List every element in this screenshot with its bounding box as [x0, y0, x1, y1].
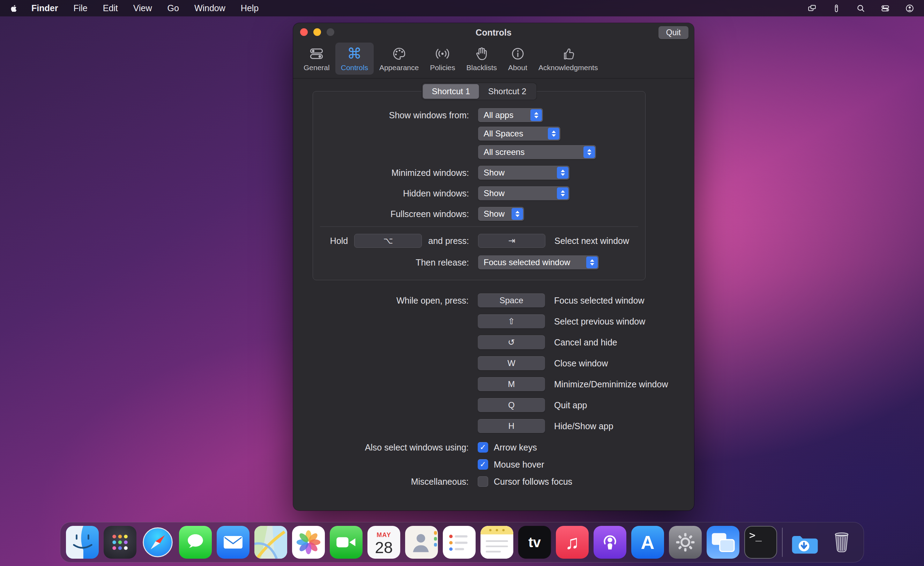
tab-appearance[interactable]: Appearance: [374, 43, 424, 75]
apps-popup[interactable]: All apps: [478, 108, 543, 122]
dock-item-alttab[interactable]: [706, 526, 740, 558]
dock-item-downloads[interactable]: [788, 526, 820, 558]
dock-item-reminders[interactable]: [443, 526, 476, 558]
fullscreen-windows-popup[interactable]: Show: [478, 207, 524, 221]
miscellaneous-label: Miscellaneous:: [293, 477, 469, 487]
screens-popup[interactable]: All screens: [478, 145, 596, 159]
dock-item-contacts[interactable]: [405, 526, 438, 558]
dock-item-launchpad[interactable]: [104, 526, 136, 558]
popup-stepper-icon: [512, 208, 523, 220]
reminders-icon: [447, 530, 471, 554]
arrow-keys-row: Also select windows using: Arrow keys: [293, 442, 694, 453]
tv-icon: tv: [528, 535, 541, 549]
popup-stepper-icon: [557, 188, 568, 199]
show-windows-from-label: Show windows from:: [313, 110, 469, 120]
close-window-button[interactable]: [300, 28, 308, 36]
user-switcher-icon[interactable]: [905, 4, 914, 13]
dock-item-trash[interactable]: [825, 526, 858, 558]
tab-general[interactable]: General: [298, 43, 335, 75]
cursor-follows-focus-checkbox[interactable]: [478, 476, 488, 487]
spotlight-search-icon[interactable]: [856, 4, 866, 13]
options-section: Also select windows using: Arrow keys Mo…: [293, 442, 694, 487]
tab-label: Controls: [341, 63, 368, 72]
dock-item-mail[interactable]: [217, 526, 249, 558]
dock-item-maps[interactable]: [254, 526, 287, 558]
tab-label: Blacklists: [466, 63, 497, 72]
shortcut-row: ↺ Cancel and hide: [293, 335, 694, 349]
toggles-icon: [309, 45, 324, 62]
envelope-icon: [222, 531, 244, 554]
remote-icon[interactable]: [832, 4, 841, 13]
while-open-label: While open, press:: [293, 296, 469, 306]
dock-item-safari[interactable]: [141, 526, 174, 558]
dock-item-music[interactable]: ♫: [556, 526, 589, 558]
shortcut-settings-group: Shortcut 1 Shortcut 2 Show windows from:…: [313, 91, 645, 280]
tab-about[interactable]: About: [502, 43, 533, 75]
window-title: Controls: [293, 23, 694, 42]
chat-bubble-icon: [184, 531, 207, 554]
then-release-row: Then release: Focus selected window: [313, 255, 645, 269]
menu-view[interactable]: View: [133, 3, 152, 13]
dock-item-podcasts[interactable]: [594, 526, 626, 558]
dock-item-notes[interactable]: [480, 526, 513, 558]
apple-icon: [10, 4, 18, 12]
dock-item-messages[interactable]: [179, 526, 212, 558]
press-key-recorder[interactable]: ⇥: [478, 234, 545, 248]
then-release-popup[interactable]: Focus selected window: [478, 255, 599, 269]
dock-item-finder[interactable]: [66, 526, 99, 558]
h-keycap: H: [478, 419, 545, 433]
fullscreen-windows-label: Fullscreen windows:: [313, 209, 469, 219]
dock-item-terminal[interactable]: >_: [744, 526, 777, 558]
arrow-keys-checkbox[interactable]: [478, 442, 488, 453]
tab-label: Acknowledgments: [538, 63, 598, 72]
menu-go[interactable]: Go: [168, 3, 179, 13]
tab-policies[interactable]: Policies: [424, 43, 460, 75]
segment-shortcut-1[interactable]: Shortcut 1: [423, 84, 479, 99]
minimize-window-button[interactable]: [314, 28, 321, 36]
hidden-windows-popup[interactable]: Show: [478, 186, 570, 200]
window-switcher-icon[interactable]: [807, 4, 816, 13]
shortcut-description: Close window: [554, 358, 608, 368]
dock: MAY 28: [60, 522, 864, 563]
hidden-windows-row: Hidden windows: Show: [313, 186, 645, 200]
quit-button[interactable]: Quit: [658, 26, 688, 39]
tab-blacklists[interactable]: Blacklists: [461, 43, 503, 75]
q-keycap: Q: [478, 398, 545, 412]
segment-shortcut-2[interactable]: Shortcut 2: [479, 84, 535, 99]
active-app-name[interactable]: Finder: [32, 3, 58, 13]
group-separator: [320, 227, 638, 227]
menu-file[interactable]: File: [73, 3, 87, 13]
info-icon: [510, 45, 525, 62]
apple-menu[interactable]: [10, 4, 18, 12]
cursor-follows-focus-label: Cursor follows focus: [494, 477, 572, 487]
tab-controls[interactable]: ⌘ Controls: [335, 43, 374, 75]
dock-item-calendar[interactable]: MAY 28: [368, 526, 400, 558]
photos-pinwheel-icon: [295, 529, 322, 555]
control-center-icon[interactable]: [881, 4, 890, 13]
dock-item-facetime[interactable]: [330, 526, 363, 558]
mouse-hover-checkbox[interactable]: [478, 459, 488, 470]
dock-item-app-store[interactable]: A: [631, 526, 664, 558]
dock-item-appletv[interactable]: tv: [518, 526, 551, 558]
mouse-hover-label: Mouse hover: [494, 459, 544, 470]
mouse-hover-row: Mouse hover: [293, 459, 694, 470]
menu-window[interactable]: Window: [194, 3, 225, 13]
command-icon: ⌘: [347, 45, 362, 62]
dock-divider: [782, 528, 783, 557]
hold-key-recorder[interactable]: ⌥: [354, 234, 422, 248]
also-select-label: Also select windows using:: [293, 443, 469, 453]
zoom-window-button[interactable]: [327, 28, 334, 36]
menu-help[interactable]: Help: [241, 3, 259, 13]
menu-edit[interactable]: Edit: [103, 3, 118, 13]
dock-item-system-preferences[interactable]: [669, 526, 702, 558]
spaces-popup[interactable]: All Spaces: [478, 127, 560, 141]
popup-stepper-icon: [548, 128, 560, 140]
popup-stepper-icon: [584, 146, 595, 158]
dock-item-photos[interactable]: [292, 526, 325, 558]
broadcast-icon: [435, 45, 450, 62]
tab-acknowledgments[interactable]: Acknowledgments: [533, 43, 603, 75]
popup-stepper-icon: [530, 109, 542, 121]
miscellaneous-row: Miscellaneous: Cursor follows focus: [293, 476, 694, 487]
preferences-toolbar: General ⌘ Controls Appearance Policies B…: [293, 41, 694, 78]
minimized-windows-popup[interactable]: Show: [478, 166, 570, 180]
